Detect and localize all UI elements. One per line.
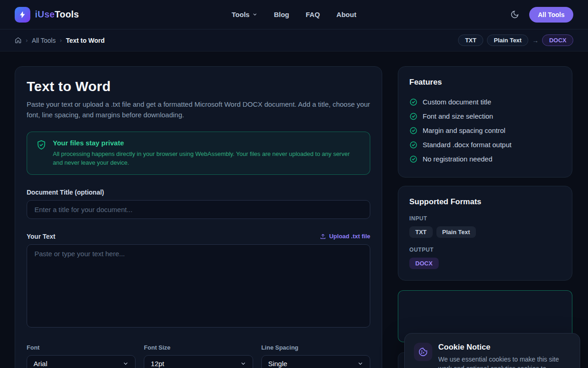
check-circle-icon	[409, 126, 418, 135]
supported-formats-card: Supported Formats INPUT TXT Plain Text O…	[398, 186, 572, 281]
feature-item: No registration needed	[409, 152, 561, 166]
sidebar: Features Custom document title Font and …	[398, 66, 572, 368]
breadcrumb: › All Tools › Text to Word	[15, 37, 105, 44]
font-size-select[interactable]: 12pt	[144, 355, 253, 368]
font-size-label: Font Size	[144, 344, 253, 351]
cookie-icon	[414, 343, 432, 361]
input-format-plain-text: Plain Text	[436, 226, 476, 238]
chevron-right-icon: ›	[60, 37, 62, 44]
cookie-notice: Cookie Notice We use essential cookies t…	[404, 333, 580, 368]
shield-check-icon	[36, 140, 46, 167]
chevron-down-icon	[240, 361, 246, 367]
line-spacing-field: Line Spacing Single	[261, 344, 370, 368]
check-circle-icon	[409, 141, 418, 149]
input-format-txt: TXT	[409, 226, 433, 238]
brand-logo[interactable]: iUseTools	[15, 7, 79, 23]
check-circle-icon	[409, 155, 418, 163]
breadcrumb-all-tools[interactable]: All Tools	[32, 37, 56, 44]
bolt-icon	[15, 7, 30, 23]
output-format-docx: DOCX	[409, 258, 439, 269]
arrow-right-icon: →	[532, 37, 538, 44]
brand-name: iUseTools	[35, 9, 79, 20]
nav-about[interactable]: About	[336, 11, 356, 18]
features-card: Features Custom document title Font and …	[398, 66, 572, 178]
privacy-title: Your files stay private	[53, 139, 361, 147]
document-title-input[interactable]	[27, 200, 370, 219]
badge-docx: DOCX	[542, 34, 573, 46]
chevron-down-icon	[123, 361, 129, 367]
features-title: Features	[409, 78, 561, 87]
supported-formats-title: Supported Formats	[409, 197, 561, 207]
check-circle-icon	[409, 98, 418, 106]
format-badges: TXT Plain Text → DOCX	[458, 34, 573, 46]
chevron-down-icon	[357, 361, 363, 367]
text-input-area[interactable]	[27, 244, 370, 328]
feature-item: Custom document title	[409, 95, 561, 109]
line-spacing-label: Line Spacing	[261, 344, 370, 351]
main-nav: Tools Blog FAQ About	[232, 11, 356, 18]
feature-item: Standard .docx format output	[409, 138, 561, 152]
chevron-down-icon	[252, 12, 257, 17]
breadcrumb-bar: › All Tools › Text to Word TXT Plain Tex…	[0, 29, 588, 52]
check-circle-icon	[409, 112, 418, 121]
font-label: Font	[27, 344, 136, 351]
tool-card: Text to Word Paste your text or upload a…	[15, 66, 382, 368]
feature-item: Margin and spacing control	[409, 123, 561, 138]
chevron-right-icon: ›	[26, 37, 28, 44]
font-select[interactable]: Arial	[27, 355, 136, 368]
font-size-field: Font Size 12pt	[144, 344, 253, 368]
theme-toggle-moon-icon[interactable]	[510, 10, 519, 19]
your-text-label: Your Text	[27, 233, 56, 240]
privacy-notice: Your files stay private All processing h…	[27, 132, 370, 175]
document-title-label: Document Title (optional)	[27, 189, 370, 196]
cookie-title: Cookie Notice	[438, 343, 571, 352]
tool-description: Paste your text or upload a .txt file an…	[27, 99, 370, 121]
output-label: OUTPUT	[409, 247, 561, 253]
cookie-body: We use essential cookies to make this si…	[438, 355, 571, 368]
breadcrumb-current: Text to Word	[66, 37, 105, 44]
nav-tools[interactable]: Tools	[232, 11, 257, 18]
page-title: Text to Word	[27, 79, 370, 94]
font-field: Font Arial	[27, 344, 136, 368]
all-tools-button[interactable]: All Tools	[529, 7, 573, 23]
nav-faq[interactable]: FAQ	[306, 11, 320, 18]
input-label: INPUT	[409, 215, 561, 222]
home-icon[interactable]	[15, 37, 22, 44]
badge-txt: TXT	[458, 34, 483, 46]
upload-icon	[320, 233, 326, 240]
header: iUseTools Tools Blog FAQ About All Tools	[0, 0, 588, 29]
upload-txt-button[interactable]: Upload .txt file	[320, 233, 370, 240]
feature-item: Font and size selection	[409, 109, 561, 123]
line-spacing-select[interactable]: Single	[261, 355, 370, 368]
nav-blog[interactable]: Blog	[274, 11, 289, 18]
badge-plain-text: Plain Text	[487, 34, 528, 46]
privacy-body: All processing happens directly in your …	[53, 150, 361, 167]
